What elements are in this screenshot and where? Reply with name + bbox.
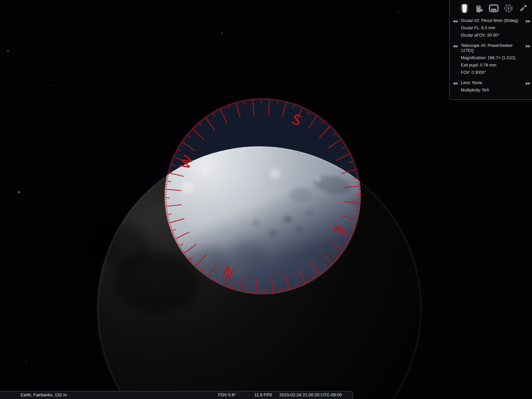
previous-telescope-button[interactable]: ◀◀ [453,44,457,49]
ocular-selector-row: ◀◀ Ocular #2: Plossl 6mm (50deg) ▶▶ [450,18,532,23]
next-ocular-button[interactable]: ▶▶ [526,19,530,24]
exit-pupil-label: Exit pupil: 0.76 mm [450,63,532,68]
telescope-selector-row: ◀◀ Telescope #0: PowerSeeker 127EQ ▶▶ [450,43,532,53]
statusbar-datetime: 2023-02-24 21:00:20 UTC-09:00 [279,391,342,399]
next-lens-button[interactable]: ▶▶ [526,81,530,86]
lens-selector-label: Lens: None [461,80,482,85]
previous-ocular-button[interactable]: ◀◀ [453,19,457,24]
star [7,51,9,52]
statusbar-location: Earth, Fairbanks, 132 m [21,391,67,399]
star [26,361,27,362]
fov-label: FOV: 0.3000° [450,70,532,75]
ccd-sensor-icon[interactable] [473,3,485,14]
ocular-fl-label: Ocular FL: 6.0 mm [450,26,532,31]
previous-lens-button[interactable]: ◀◀ [453,81,457,86]
ocular-afov-label: Ocular aFOV: 50.00° [450,33,532,38]
oculars-panel: ◀◀ Ocular #2: Plossl 6mm (50deg) ▶▶ Ocul… [449,0,532,100]
ocular-selector-label: Ocular #2: Plossl 6mm (50deg) [461,18,518,23]
oculars-panel-toolbar [450,0,532,15]
ocular-icon[interactable] [459,3,470,14]
telescope-selector-label: Telescope #0: PowerSeeker 127EQ [461,43,513,53]
next-telescope-button[interactable]: ▶▶ [526,44,530,49]
magnification-label: Magnification: 166.7× (1.31D) [450,56,532,61]
star [397,11,398,12]
status-bar: Earth, Fairbanks, 132 m FOV 0.6° 11.9 FP… [0,391,353,399]
star [53,85,54,86]
statusbar-fps: 11.9 FPS [254,391,272,399]
statusbar-fov: FOV 0.6° [218,391,236,399]
settings-wrench-icon[interactable] [517,3,529,14]
multiplicity-label: Multiplicity: N/A [450,88,532,93]
telrad-icon[interactable] [503,3,514,14]
star [221,33,222,34]
lens-selector-row: ◀◀ Lens: None ▶▶ [450,80,532,85]
star [2,160,3,161]
star [18,191,20,193]
sensor-frame-icon[interactable] [488,3,499,14]
